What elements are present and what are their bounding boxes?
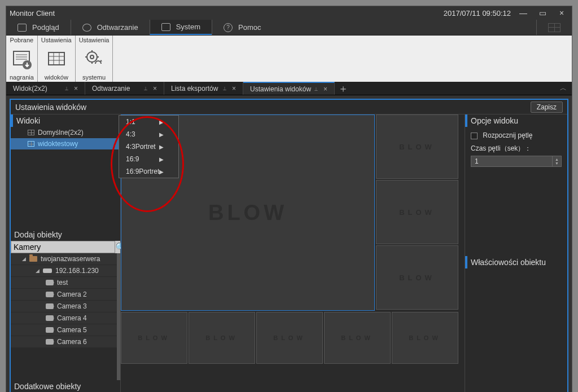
tree-nvr[interactable]: ◢ 192.168.1.230 xyxy=(11,265,117,277)
ribbon-label-bottom: nagrania xyxy=(10,74,34,81)
ribbon-label-bottom: systemu xyxy=(82,74,106,81)
close-icon[interactable]: × xyxy=(232,85,236,93)
ctx-item-1-1[interactable]: 1:1▶ xyxy=(119,116,178,128)
title-bar: Monitor Client 2017/07/11 09:50:12 — ▭ × xyxy=(6,6,572,20)
camera-tree[interactable]: ◢ twojanazwaserwera ◢ 192.168.1.230 test… xyxy=(11,253,120,380)
blow-logo: BLOW xyxy=(409,334,441,341)
ribbon-label-top: Ustawienia xyxy=(41,37,72,43)
camera-icon xyxy=(46,280,54,285)
grid-cell[interactable]: BLOW xyxy=(376,180,458,244)
checkbox-icon[interactable] xyxy=(471,133,478,139)
view-item-label: Domyślne(2x2) xyxy=(38,129,84,136)
menu-preview[interactable]: Podgląd xyxy=(6,20,71,35)
tabs-chevron-up[interactable]: ︿ xyxy=(555,82,572,95)
blow-logo: BLOW xyxy=(138,334,170,341)
extra-objects-title: Dodatkowe obiekty xyxy=(11,380,120,392)
page-title: Ustawienia widoków xyxy=(15,103,86,112)
submenu-arrow-icon: ▶ xyxy=(159,119,164,125)
tree-camera[interactable]: test xyxy=(11,277,117,289)
tree-camera[interactable]: Camera 3 xyxy=(11,301,117,312)
nvr-icon xyxy=(43,268,52,273)
menu-playback[interactable]: Odtwarzanie xyxy=(71,20,150,35)
menu-layout-toggle[interactable] xyxy=(536,20,572,35)
search-row: 🔍 xyxy=(11,241,120,253)
pin-icon[interactable]: ⟂ xyxy=(223,85,226,91)
datetime: 2017/07/11 09:50:12 xyxy=(444,9,511,17)
spin-arrows[interactable]: ▲▼ xyxy=(553,156,562,167)
blow-logo: BLOW xyxy=(341,334,374,341)
ctx-item-16-9-portrait[interactable]: 16:9Portret▶ xyxy=(119,165,178,178)
grid-cell[interactable]: BLOW xyxy=(189,312,255,364)
view-item-test[interactable]: widoktestowy xyxy=(11,138,120,149)
menu-system[interactable]: System xyxy=(150,20,212,35)
right-column: Opcje widoku Rozpocznij pętlę Czas pętli… xyxy=(465,114,567,392)
loop-checkbox-row[interactable]: Rozpocznij pętlę xyxy=(471,131,562,139)
tab-exports[interactable]: Lista eksportów ⟂ × xyxy=(164,82,243,95)
tab-view-settings[interactable]: Ustawienia widoków ⟂ × xyxy=(243,82,335,95)
camera-search-input[interactable] xyxy=(11,241,115,253)
tab-playback[interactable]: Odtwarzanie ⟂ × xyxy=(85,82,164,95)
minimize-button[interactable]: — xyxy=(516,8,530,17)
ctx-label: 16:9Portret xyxy=(126,168,159,175)
menu-label: Pomoc xyxy=(238,23,261,32)
tree-label: 192.168.1.230 xyxy=(55,267,99,275)
close-icon[interactable]: × xyxy=(323,85,327,93)
close-icon[interactable]: × xyxy=(74,85,78,93)
tab-label: Lista eksportów xyxy=(171,85,218,93)
content-panel: Ustawienia widoków Zapisz Widoki Domyśln… xyxy=(10,99,568,392)
grid-icon xyxy=(28,141,34,147)
close-icon[interactable]: × xyxy=(153,85,157,93)
grid-cell[interactable]: BLOW xyxy=(376,114,458,179)
grid-cell[interactable]: BLOW xyxy=(256,312,323,364)
view-item-label: widoktestowy xyxy=(38,140,78,148)
ctx-item-4-3[interactable]: 4:3▶ xyxy=(119,128,178,140)
tree-label: Camera 6 xyxy=(57,338,87,346)
tree-camera[interactable]: Camera 2 xyxy=(11,289,117,301)
tree-server[interactable]: ◢ twojanazwaserwera xyxy=(11,253,117,265)
layout-grid[interactable]: BLOW BLOW BLOW BLOW BLOW BLOW BLOW BLOW … xyxy=(121,114,465,392)
spin-value[interactable]: 1 xyxy=(471,156,553,167)
camera-icon xyxy=(46,292,54,297)
grid-cell[interactable]: BLOW xyxy=(324,312,391,364)
ctx-item-16-9[interactable]: 16:9▶ xyxy=(119,153,178,165)
view-item-default[interactable]: Domyślne(2x2) xyxy=(11,127,120,138)
ribbon-system-settings[interactable]: Ustawienia systemu xyxy=(76,36,113,82)
tab-label: Ustawienia widoków xyxy=(250,85,311,93)
tab-label: Odtwarzanie xyxy=(92,85,130,93)
tree-label: Camera 2 xyxy=(57,290,87,298)
menu-help[interactable]: ? Pomoc xyxy=(212,20,272,35)
new-tab-button[interactable]: ＋ xyxy=(335,82,352,95)
grid-cell[interactable]: BLOW xyxy=(376,245,458,310)
content-header: Ustawienia widoków Zapisz xyxy=(11,100,567,114)
menu-label: Podgląd xyxy=(32,23,59,32)
tree-camera[interactable]: Camera 4 xyxy=(11,312,117,324)
svg-rect-5 xyxy=(49,52,64,65)
object-props-title: Właściowości obiektu xyxy=(465,256,567,268)
aspect-context-menu: 1:1▶ 4:3▶ 4:3Portret▶ 16:9▶ 16:9Portret▶ xyxy=(119,115,179,178)
submenu-arrow-icon: ▶ xyxy=(159,131,164,138)
save-button[interactable]: Zapisz xyxy=(531,102,563,113)
expand-icon[interactable]: ◢ xyxy=(22,256,26,262)
blow-logo: BLOW xyxy=(208,201,287,225)
tree-camera[interactable]: Camera 5 xyxy=(11,324,117,336)
grid-cell[interactable]: BLOW xyxy=(121,312,187,364)
menu-label: System xyxy=(176,23,200,31)
tree-camera[interactable]: Camera 6 xyxy=(11,336,117,348)
expand-icon[interactable]: ◢ xyxy=(36,268,40,274)
grid-cell[interactable]: BLOW xyxy=(392,312,458,364)
camera-icon xyxy=(46,303,54,309)
ribbon-view-settings[interactable]: Ustawienia widoków xyxy=(38,36,76,82)
ribbon-downloads[interactable]: Pobrane nagrania xyxy=(6,36,38,82)
views-panel-title: Widoki xyxy=(11,114,120,127)
tab-view2x2[interactable]: Widok(2x2) ⟂ × xyxy=(6,82,85,95)
pin-icon[interactable]: ⟂ xyxy=(144,85,147,91)
pin-icon[interactable]: ⟂ xyxy=(314,86,318,92)
loop-time-spinner[interactable]: 1 ▲▼ xyxy=(471,156,562,167)
ctx-item-4-3-portrait[interactable]: 4:3Portret▶ xyxy=(119,140,178,153)
play-icon xyxy=(82,24,91,32)
app-title: Monitor Client xyxy=(10,9,55,17)
maximize-button[interactable]: ▭ xyxy=(536,8,549,17)
close-button[interactable]: × xyxy=(555,8,568,17)
pin-icon[interactable]: ⟂ xyxy=(65,85,68,91)
document-tabs: Widok(2x2) ⟂ × Odtwarzanie ⟂ × Lista eks… xyxy=(6,82,572,95)
